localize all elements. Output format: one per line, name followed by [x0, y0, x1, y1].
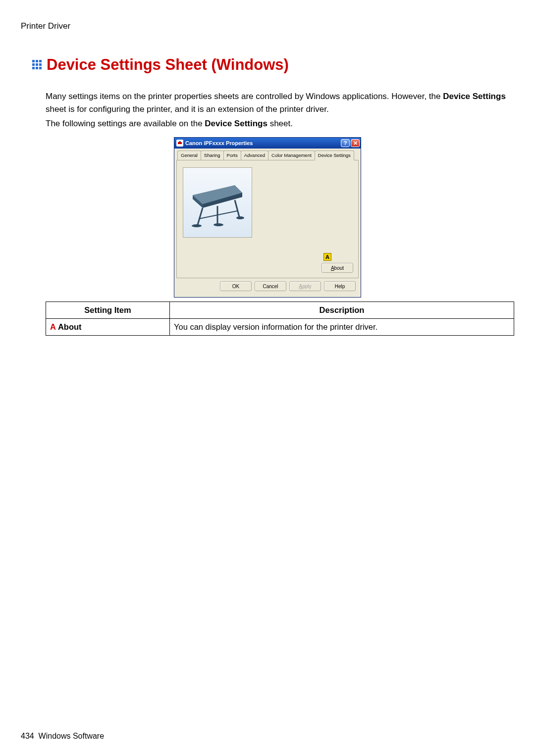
- tab-device-settings[interactable]: Device Settings: [315, 151, 354, 160]
- tab-strip: General Sharing Ports Advanced Color Man…: [176, 151, 359, 160]
- svg-rect-10: [179, 141, 181, 142]
- cell-setting-item: AAbout: [46, 318, 170, 335]
- svg-rect-8: [39, 67, 42, 69]
- header-description: Description: [170, 302, 514, 319]
- svg-rect-5: [39, 63, 42, 66]
- svg-line-15: [235, 200, 239, 217]
- page-number: 434: [21, 732, 34, 740]
- printer-illustration: [183, 167, 252, 238]
- text: The following settings are available on …: [46, 119, 205, 128]
- svg-rect-3: [32, 63, 35, 66]
- svg-point-19: [236, 216, 244, 219]
- callout-a-badge: A: [323, 253, 331, 261]
- printer-app-icon: [176, 140, 183, 147]
- table-row: AAbout You can display version informati…: [46, 318, 514, 335]
- help-button[interactable]: Help: [324, 281, 356, 291]
- cell-description: You can display version information for …: [170, 318, 514, 335]
- grid-icon: [32, 59, 43, 70]
- about-label-rest: bout: [334, 264, 344, 272]
- footer-section: Windows Software: [39, 732, 105, 740]
- dialog-titlebar: Canon iPFxxxx Properties ? ✕: [174, 138, 361, 149]
- svg-rect-9: [178, 142, 182, 144]
- embedded-screenshot: Canon iPFxxxx Properties ? ✕ General Sha…: [21, 137, 514, 298]
- svg-point-17: [192, 224, 202, 227]
- row-callout-letter: A: [50, 322, 56, 331]
- svg-rect-6: [32, 67, 35, 69]
- properties-dialog: Canon iPFxxxx Properties ? ✕ General Sha…: [174, 137, 361, 298]
- intro-paragraphs: Many settings items on the printer prope…: [46, 90, 509, 130]
- tab-sharing[interactable]: Sharing: [201, 151, 224, 160]
- svg-rect-1: [36, 60, 38, 62]
- page-footer: 434 Windows Software: [21, 730, 104, 742]
- text-bold: Device Settings: [205, 119, 268, 128]
- dialog-title: Canon iPFxxxx Properties: [185, 139, 253, 148]
- table-header-row: Setting Item Description: [46, 302, 514, 319]
- svg-point-18: [214, 223, 223, 226]
- apply-button[interactable]: Apply: [289, 281, 321, 291]
- tab-advanced[interactable]: Advanced: [241, 151, 268, 160]
- tab-general[interactable]: General: [177, 151, 201, 160]
- tab-ports[interactable]: Ports: [223, 151, 241, 160]
- tab-pane-device-settings: A About: [176, 160, 359, 278]
- text-bold: Device Settings: [443, 92, 506, 101]
- about-mnemonic: A: [331, 264, 334, 272]
- page-title: Device Settings Sheet (Windows): [47, 53, 289, 77]
- settings-table: Setting Item Description AAbout You can …: [46, 302, 514, 336]
- row-label: About: [58, 322, 82, 331]
- about-button[interactable]: About: [321, 263, 353, 273]
- ok-button[interactable]: OK: [220, 281, 252, 291]
- svg-line-14: [198, 208, 203, 225]
- header-setting-item: Setting Item: [46, 302, 170, 319]
- close-icon[interactable]: ✕: [351, 139, 360, 147]
- page-heading-row: Device Settings Sheet (Windows): [32, 53, 514, 77]
- text: Many settings items on the printer prope…: [46, 92, 443, 101]
- breadcrumb: Printer Driver: [21, 20, 514, 33]
- tab-color-management[interactable]: Color Management: [268, 151, 315, 160]
- apply-label-rest: pply: [302, 283, 311, 290]
- svg-rect-7: [36, 67, 38, 69]
- svg-rect-2: [39, 60, 42, 62]
- text: sheet.: [268, 119, 293, 128]
- svg-rect-0: [32, 60, 35, 62]
- apply-mnemonic: A: [299, 283, 302, 290]
- dialog-footer: OK Cancel Apply Help: [176, 278, 359, 293]
- text: sheet is for configuring the printer, an…: [46, 104, 329, 114]
- help-icon[interactable]: ?: [341, 139, 350, 147]
- cancel-button[interactable]: Cancel: [255, 281, 286, 291]
- svg-rect-4: [36, 63, 38, 66]
